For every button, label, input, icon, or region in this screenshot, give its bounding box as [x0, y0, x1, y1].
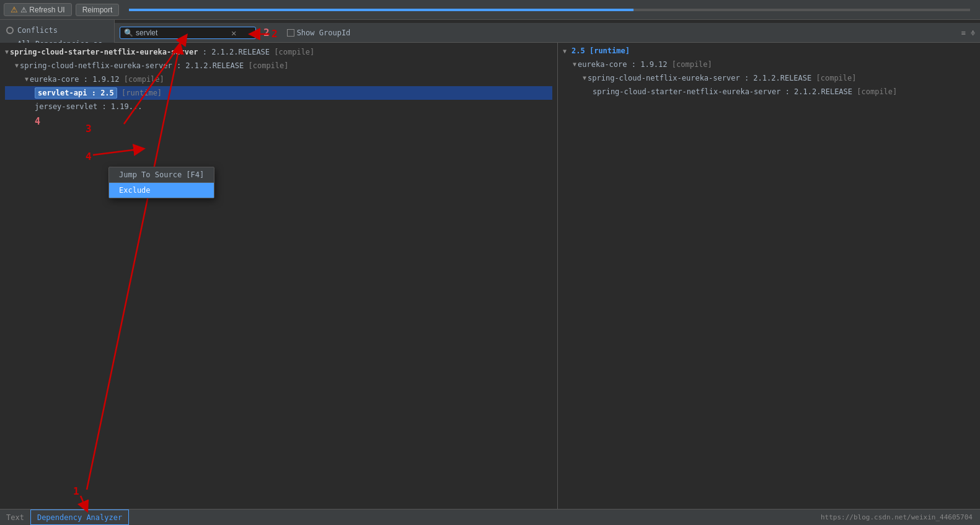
context-menu-exclude[interactable]: Exclude	[109, 183, 214, 198]
show-groupid-checkbox[interactable]	[287, 29, 294, 37]
refresh-ui-button[interactable]: ⚠ ⚠ Refresh UI	[4, 3, 72, 16]
dep-scope: [compile]	[672, 59, 712, 70]
search-wrapper: 🔍 ✕	[120, 27, 256, 39]
reimport-label: Reimport	[82, 6, 113, 14]
arrow-icon: ▼	[573, 59, 576, 70]
warning-icon: ⚠	[11, 5, 18, 14]
right-tree-row: ▼ spring-cloud-netflix-eureka-server : 2…	[563, 71, 975, 85]
refresh-label: ⚠ Refresh UI	[20, 6, 65, 14]
main-area: ▼ spring-cloud-starter-netflix-eureka-se…	[0, 43, 980, 509]
dep-name: jersey-servlet	[35, 101, 97, 112]
right-panel-header-text: 2.5 [runtime]	[572, 46, 630, 55]
dep-scope: [compile]	[274, 46, 314, 58]
arrow-icon: ▼	[583, 73, 586, 84]
dep-version: : 1.9.12	[627, 59, 672, 70]
right-tree-row: ▼ eureka-core : 1.9.12 [compile]	[563, 58, 975, 71]
right-tree-row: spring-cloud-starter-netflix-eureka-serv…	[563, 85, 975, 99]
dep-version: : 2.1.2.RELEASE	[172, 60, 249, 71]
search-clear-icon[interactable]: ✕	[231, 29, 236, 37]
toolbar: ⚠ ⚠ Refresh UI Reimport	[0, 0, 980, 20]
sort-icon-1[interactable]: ≡	[961, 29, 966, 37]
highlighted-dep: servlet-api : 2.5	[35, 87, 117, 99]
tree-row-servlet-api[interactable]: servlet-api : 2.5 [runtime] 3	[5, 86, 552, 100]
sort-icon-2[interactable]: ≑	[971, 29, 975, 37]
dep-name: spring-cloud-netflix-eureka-server	[588, 73, 740, 84]
dep-scope: [compile]	[816, 73, 857, 84]
radio-conflicts	[6, 27, 14, 34]
search-icon: 🔍	[124, 29, 133, 37]
url-text: https://blog.csdn.net/weixin_44605704	[821, 513, 973, 521]
right-panel-header: ▼ 2.5 [runtime]	[563, 45, 975, 56]
bottom-url: https://blog.csdn.net/weixin_44605704	[821, 513, 980, 521]
sort-icons-area: ≡ ≑	[961, 29, 975, 37]
dep-name: spring-cloud-starter-netflix-eureka-serv…	[10, 46, 198, 58]
dep-name: eureka-core	[578, 59, 627, 70]
dep-name: spring-cloud-netflix-eureka-server	[20, 60, 172, 71]
progress-bar-fill	[129, 9, 633, 11]
dep-version: : 2.1.2.RELEASE	[198, 46, 274, 58]
dep-name: eureka-core	[30, 74, 79, 85]
dep-version	[117, 87, 121, 99]
reimport-button[interactable]: Reimport	[76, 4, 120, 16]
right-panel: ▼ 2.5 [runtime] ▼ eureka-core : 1.9.12 […	[558, 43, 980, 509]
tab-dependency-analyzer[interactable]: Dependency Analyzer	[30, 510, 129, 525]
dep-version: : 1.9.12	[79, 74, 124, 85]
dep-scope: [runtime]	[121, 87, 162, 99]
dep-version: : 2.1.2.RELEASE	[780, 86, 857, 97]
arrow-icon: ▼	[563, 48, 570, 55]
tree-row[interactable]: ▼ spring-cloud-netflix-eureka-server : 2…	[5, 59, 552, 73]
sidebar-item-conflicts[interactable]: Conflicts	[0, 24, 114, 37]
left-panel: ▼ spring-cloud-starter-netflix-eureka-se…	[0, 43, 558, 509]
arrow-icon: ▼	[25, 74, 29, 85]
show-groupid-label: Show GroupId	[297, 29, 351, 37]
dep-name: servlet-api : 2.5	[35, 87, 117, 99]
arrow-icon: ▼	[5, 46, 9, 58]
context-menu-jump-to-source[interactable]: Jump To Source [F4]	[109, 167, 214, 182]
search-area: 🔍 ✕ 2 Show GroupId ≡ ≑	[115, 23, 980, 43]
context-menu: Jump To Source [F4] Exclude	[108, 167, 214, 198]
dep-name: spring-cloud-starter-netflix-eureka-serv…	[593, 86, 780, 97]
tree-row[interactable]: ▼ eureka-core : 1.9.12 [compile]	[5, 73, 552, 86]
tree-container: ▼ spring-cloud-starter-netflix-eureka-se…	[0, 43, 557, 130]
tab-dep-analyzer-label: Dependency Analyzer	[37, 513, 122, 522]
dep-version: : 1.19...	[97, 101, 142, 112]
progress-bar-area	[129, 9, 970, 11]
tab-text-label: Text	[6, 513, 24, 522]
tree-row[interactable]: ▼ spring-cloud-starter-netflix-eureka-se…	[5, 45, 552, 59]
dep-scope: [compile]	[124, 74, 164, 85]
show-groupid-area: Show GroupId	[287, 29, 351, 37]
step-2-annotation: 2	[263, 27, 270, 38]
sidebar-conflicts-label: Conflicts	[17, 26, 58, 35]
bottom-bar: Text Dependency Analyzer https://blog.cs…	[0, 509, 980, 525]
dep-scope: [compile]	[857, 86, 897, 97]
search-input[interactable]	[136, 29, 229, 37]
tab-text[interactable]: Text	[0, 510, 30, 525]
tree-row[interactable]: jersey-servlet : 1.19...	[5, 100, 552, 113]
dep-version: : 2.1.2.RELEASE	[740, 73, 816, 84]
arrow-icon: ▼	[15, 60, 19, 71]
dep-scope: [compile]	[249, 60, 289, 71]
step-4-annotation: 4	[5, 116, 552, 127]
